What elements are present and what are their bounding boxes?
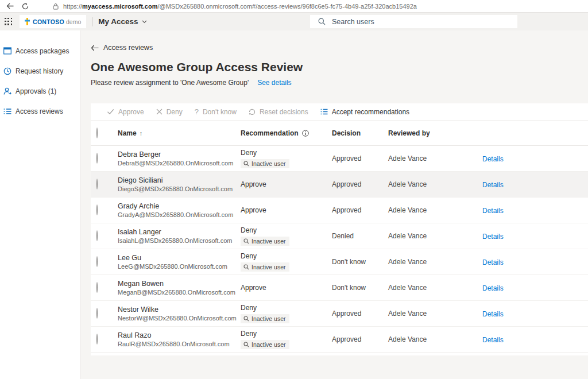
url-prefix: https:// [63, 3, 82, 10]
sidebar-item-label: Approvals (1) [16, 87, 56, 95]
app-name-menu[interactable]: My Access [98, 17, 146, 26]
row-email: DebraB@MSDx265880.OnMicrosoft.com [118, 159, 241, 167]
row-name: Diego Siciliani [118, 176, 241, 185]
see-details-link[interactable]: See details [257, 79, 291, 87]
table-row[interactable]: Debra Berger DebraB@MSDx265880.OnMicroso… [91, 146, 588, 172]
approvals-icon [3, 87, 11, 95]
row-reviewed-by: Adele Vance [388, 206, 427, 214]
row-recommendation: Deny [241, 252, 332, 260]
inactive-user-icon [243, 342, 249, 347]
org-logo[interactable]: CONTOSO demo [20, 15, 86, 28]
waffle-menu-icon[interactable] [5, 18, 13, 26]
row-select-radio[interactable] [96, 153, 98, 164]
row-select-radio[interactable] [96, 334, 98, 345]
details-link[interactable]: Details [482, 258, 504, 266]
inactive-user-icon [243, 238, 249, 244]
row-select-radio[interactable] [96, 230, 98, 241]
table-row[interactable]: Grady Archie GradyA@MSDx265880.OnMicroso… [91, 198, 588, 223]
sidebar-item-label: Access reviews [16, 107, 63, 115]
browser-bar: https://myaccess.microsoft.com/@MSDx2658… [0, 0, 588, 13]
table-body: Debra Berger DebraB@MSDx265880.OnMicroso… [91, 146, 588, 353]
deny-button[interactable]: Deny [156, 108, 183, 116]
row-decision: Denied [332, 232, 354, 240]
row-name: Lee Gu [118, 254, 241, 262]
table-row[interactable]: Megan Bowen MeganB@MSDx265880.OnMicrosof… [91, 275, 588, 301]
search-placeholder: Search users [332, 18, 374, 26]
sidebar-item-request-history[interactable]: Request history [3, 61, 80, 81]
sidebar-item-label: Request history [16, 67, 63, 75]
dont-know-button[interactable]: ? Don't know [195, 107, 237, 116]
inactive-badge-label: Inactive user [252, 238, 286, 245]
chevron-down-icon [142, 20, 147, 24]
row-reviewed-by: Adele Vance [388, 335, 427, 343]
details-link[interactable]: Details [482, 155, 504, 163]
reset-icon [249, 109, 256, 115]
recommendation-header-label: Recommendation [241, 129, 299, 137]
details-link[interactable]: Details [482, 310, 504, 318]
inactive-badge: Inactive user [241, 237, 289, 246]
column-header-recommendation[interactable]: Recommendation [241, 129, 332, 137]
browser-refresh-icon[interactable] [20, 1, 30, 11]
row-reviewed-by: Adele Vance [388, 284, 427, 292]
details-link[interactable]: Details [482, 207, 504, 215]
sidebar-item-label: Access packages [16, 47, 69, 55]
row-email: RaulR@MSDx265880.OnMicrosoft.com [118, 340, 241, 348]
sidebar-item-approvals[interactable]: Approvals (1) [3, 81, 80, 101]
browser-back-icon[interactable] [5, 1, 15, 11]
inactive-user-icon [243, 316, 249, 322]
table-row[interactable]: Nestor Wilke NestorW@MSDx265880.OnMicros… [91, 301, 588, 327]
row-recommendation: Deny [241, 149, 332, 157]
reset-decisions-button[interactable]: Reset decisions [249, 108, 308, 116]
access-packages-icon [3, 47, 11, 55]
accept-recommendations-button[interactable]: Accept recommendations [320, 108, 409, 116]
inactive-badge: Inactive user [241, 262, 289, 272]
table-row[interactable]: Isaiah Langer IsaiahL@MSDx265880.OnMicro… [91, 223, 588, 249]
column-header-reviewed-by[interactable]: Reviewed by [388, 129, 482, 137]
row-reviewed-by: Adele Vance [388, 154, 427, 163]
select-all-radio[interactable] [96, 127, 98, 138]
row-reviewed-by: Adele Vance [388, 310, 427, 318]
details-link[interactable]: Details [482, 284, 504, 292]
details-link[interactable]: Details [482, 181, 504, 189]
row-decision: Approved [332, 180, 361, 188]
table-row[interactable]: Lee Gu LeeG@MSDx265880.OnMicrosoft.com D… [91, 249, 588, 275]
request-history-icon [3, 67, 11, 75]
address-bar[interactable]: https://myaccess.microsoft.com/@MSDx2658… [63, 3, 417, 10]
sidebar: Access packages Request history Approval… [0, 30, 81, 379]
lock-icon[interactable] [53, 3, 59, 10]
accept-recommendations-label: Accept recommendations [332, 108, 409, 116]
row-select-radio[interactable] [96, 256, 98, 267]
table-row[interactable]: Diego Siciliani DiegoS@MSDx265880.OnMicr… [91, 172, 588, 198]
table-header: Name ↑ Recommendation Decision Reviewed … [91, 121, 588, 146]
column-header-decision[interactable]: Decision [332, 129, 388, 137]
approve-button[interactable]: Approve [107, 108, 144, 116]
table-row[interactable]: Raul Razo RaulR@MSDx265880.OnMicrosoft.c… [91, 327, 588, 353]
row-select-radio[interactable] [96, 204, 98, 215]
check-icon [107, 109, 114, 115]
logo-suffix-text: demo [66, 18, 81, 25]
inactive-badge: Inactive user [241, 314, 289, 323]
contoso-logo-icon [25, 18, 30, 25]
column-header-name[interactable]: Name ↑ [118, 129, 241, 137]
row-select-radio[interactable] [96, 282, 98, 293]
row-recommendation: Approve [241, 284, 332, 292]
sidebar-item-access-packages[interactable]: Access packages [3, 41, 80, 61]
page-title: One Awesome Group Access Review [91, 60, 588, 74]
details-link[interactable]: Details [482, 336, 504, 344]
decision-header-label: Decision [332, 129, 361, 137]
details-link[interactable]: Details [482, 233, 504, 241]
recommendations-list-icon [320, 109, 328, 115]
row-decision: Approved [332, 335, 361, 343]
row-reviewed-by: Adele Vance [388, 180, 427, 188]
row-select-radio[interactable] [96, 308, 98, 319]
row-decision: Approved [332, 154, 361, 163]
inactive-badge: Inactive user [241, 159, 289, 168]
row-select-radio[interactable] [96, 179, 98, 190]
row-decision: Don't know [332, 284, 366, 292]
back-link[interactable]: Access reviews [91, 43, 588, 52]
sidebar-item-access-reviews[interactable]: Access reviews [3, 101, 80, 121]
search-input[interactable]: Search users [310, 15, 517, 28]
info-icon[interactable] [302, 130, 309, 137]
deny-label: Deny [167, 108, 183, 116]
app-header: CONTOSO demo My Access Search users [0, 13, 588, 30]
